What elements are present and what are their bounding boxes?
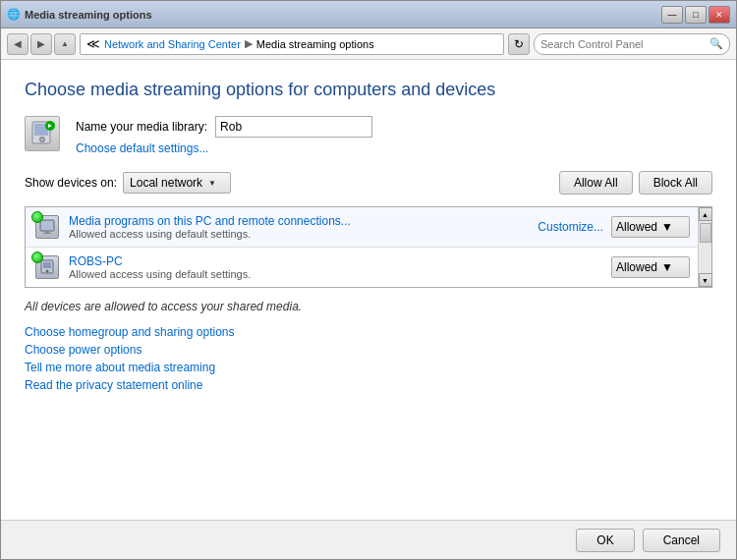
device-info-1: Media programs on this PC and remote con… (69, 214, 530, 240)
green-status-dot-2 (31, 252, 43, 263)
links-section: Choose homegroup and sharing options Cho… (25, 325, 712, 392)
svg-rect-7 (45, 231, 49, 233)
svg-rect-10 (43, 262, 51, 268)
link-media-streaming[interactable]: Tell me more about media streaming (25, 361, 712, 374)
device-rows: Media programs on this PC and remote con… (26, 207, 698, 287)
device-status-dropdown-2[interactable]: Allowed ▼ (611, 256, 690, 278)
ok-button[interactable]: OK (576, 529, 634, 552)
allow-all-button[interactable]: Allow All (559, 171, 633, 195)
svg-rect-8 (43, 233, 51, 234)
device-list-inner: Media programs on this PC and remote con… (26, 207, 711, 287)
minimize-button[interactable]: — (661, 6, 683, 24)
device-desc-2: Allowed access using default settings. (69, 268, 603, 280)
device-status-arrow-1: ▼ (661, 220, 673, 234)
device-icon-2 (33, 253, 61, 281)
up-button[interactable]: ▲ (54, 33, 76, 55)
forward-button[interactable]: ▶ (30, 33, 52, 55)
device-info-2: ROBS-PC Allowed access using default set… (69, 254, 603, 280)
show-devices-dropdown[interactable]: Local network ▼ (123, 172, 231, 194)
breadcrumb-separator: ▶ (245, 37, 253, 50)
scroll-down-button[interactable]: ▼ (699, 273, 712, 287)
main-content: Choose media streaming options for compu… (1, 60, 736, 520)
status-message: All devices are allowed to access your s… (25, 300, 712, 313)
media-icon (25, 116, 64, 155)
breadcrumb-network-sharing[interactable]: Network and Sharing Center (104, 38, 241, 50)
device-row: Media programs on this PC and remote con… (26, 207, 698, 248)
device-status-value-1: Allowed (616, 220, 657, 234)
device-list-wrapper: Media programs on this PC and remote con… (25, 206, 712, 288)
name-row: Name your media library: Choose default … (25, 116, 712, 155)
back-button[interactable]: ◀ (7, 33, 28, 55)
show-devices-row: Show devices on: Local network ▼ Allow A… (25, 171, 712, 195)
device-row-2: ROBS-PC Allowed access using default set… (26, 248, 698, 287)
show-devices-right: Allow All Block All (559, 171, 712, 195)
nav-buttons: ◀ ▶ ▲ (7, 33, 76, 55)
device-status-value-2: Allowed (616, 260, 657, 274)
link-homegroup[interactable]: Choose homegroup and sharing options (25, 325, 712, 339)
title-bar-buttons: — □ ✕ (661, 6, 730, 24)
main-window: 🌐 Media streaming options — □ ✕ ◀ ▶ ▲ ≪ … (0, 0, 737, 560)
media-icon-image (25, 116, 60, 151)
scroll-thumb[interactable] (700, 223, 711, 243)
window-title: Media streaming options (25, 9, 152, 21)
maximize-button[interactable]: □ (685, 6, 707, 24)
device-name-2[interactable]: ROBS-PC (69, 254, 603, 268)
scrollbar-vertical: ▲ ▼ (698, 207, 711, 287)
address-bar: ◀ ▶ ▲ ≪ Network and Sharing Center ▶ Med… (1, 28, 736, 60)
title-bar: 🌐 Media streaming options — □ ✕ (1, 1, 736, 28)
media-library-label: Name your media library: (76, 120, 207, 134)
show-devices-value: Local network (130, 176, 202, 190)
page-title: Choose media streaming options for compu… (25, 80, 712, 100)
search-input[interactable] (540, 38, 706, 50)
title-bar-left: 🌐 Media streaming options (7, 8, 152, 21)
device-status-dropdown-1[interactable]: Allowed ▼ (611, 216, 690, 238)
link-privacy[interactable]: Read the privacy statement online (25, 378, 712, 392)
breadcrumb-current: Media streaming options (256, 38, 374, 50)
breadcrumb: ≪ Network and Sharing Center ▶ Media str… (80, 33, 504, 55)
scroll-up-button[interactable]: ▲ (699, 207, 712, 221)
search-box: 🔍 (534, 33, 730, 55)
search-icon[interactable]: 🔍 (709, 37, 723, 50)
close-button[interactable]: ✕ (709, 6, 730, 24)
device-desc-1: Allowed access using default settings. (69, 228, 530, 240)
media-library-input[interactable] (215, 116, 372, 138)
refresh-button[interactable]: ↻ (508, 33, 530, 55)
show-devices-label: Show devices on: (25, 176, 117, 190)
breadcrumb-icon: ≪ (86, 36, 100, 51)
bottom-bar: OK Cancel (1, 520, 736, 559)
device-icon-1 (33, 213, 61, 241)
device-name-1[interactable]: Media programs on this PC and remote con… (69, 214, 530, 228)
show-devices-left: Show devices on: Local network ▼ (25, 172, 231, 194)
default-settings-link[interactable]: Choose default settings... (76, 141, 372, 155)
name-label-section: Name your media library: Choose default … (76, 116, 372, 155)
link-power-options[interactable]: Choose power options (25, 343, 712, 357)
device-customize-1[interactable]: Customize... (538, 220, 603, 234)
window-icon: 🌐 (7, 8, 21, 21)
green-status-dot (31, 211, 43, 223)
block-all-button[interactable]: Block All (639, 171, 712, 195)
scroll-track (699, 221, 711, 273)
dropdown-arrow-icon: ▼ (208, 179, 216, 188)
cancel-button[interactable]: Cancel (643, 529, 720, 552)
svg-point-3 (41, 139, 44, 141)
svg-rect-6 (40, 220, 54, 231)
device-status-arrow-2: ▼ (661, 260, 673, 274)
svg-point-11 (46, 270, 49, 273)
name-input-row: Name your media library: (76, 116, 372, 138)
